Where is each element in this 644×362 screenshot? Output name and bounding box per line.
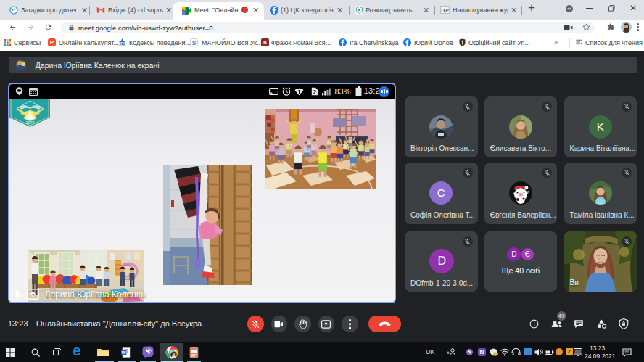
svg-text:W: W	[122, 350, 126, 355]
svg-text:2: 2	[313, 89, 317, 96]
svg-text:1974: 1974	[26, 120, 35, 125]
